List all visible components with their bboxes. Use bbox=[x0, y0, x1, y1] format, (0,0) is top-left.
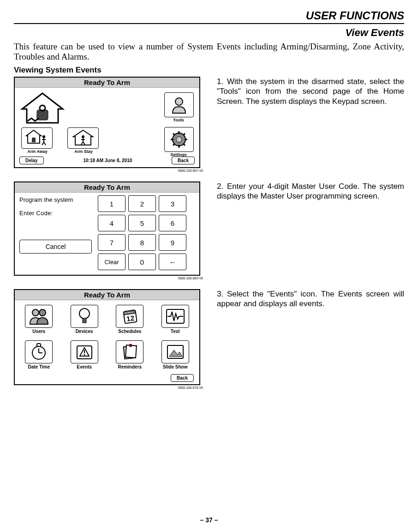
key-6[interactable]: 6 bbox=[159, 215, 186, 231]
svg-line-13 bbox=[183, 133, 185, 135]
key-5[interactable]: 5 bbox=[128, 215, 156, 231]
devices-button[interactable] bbox=[71, 305, 98, 328]
key-3[interactable]: 3 bbox=[159, 195, 186, 212]
key-0[interactable]: 0 bbox=[128, 254, 156, 270]
program-label: Program the system bbox=[19, 196, 98, 203]
clock-icon bbox=[30, 343, 48, 361]
house-stay-icon bbox=[72, 129, 95, 147]
reminders-button[interactable] bbox=[116, 340, 143, 363]
keypad-panel: Ready To Arm Program the system Enter Co… bbox=[14, 181, 200, 276]
arm-away-label: Arm Away bbox=[21, 149, 54, 154]
svg-point-43 bbox=[84, 354, 85, 356]
step-3-text: 3.Select the "Events" icon. The Events s… bbox=[217, 289, 404, 309]
svg-text:12: 12 bbox=[126, 314, 135, 323]
key-2[interactable]: 2 bbox=[128, 195, 156, 212]
back-button[interactable]: Back bbox=[172, 157, 195, 164]
tools-button[interactable] bbox=[164, 92, 194, 117]
key-backspace[interactable]: ← bbox=[159, 254, 186, 270]
enter-code-label: Enter Code: bbox=[19, 210, 98, 217]
svg-point-3 bbox=[175, 98, 183, 105]
key-4[interactable]: 4 bbox=[98, 215, 125, 231]
arm-stay-button[interactable] bbox=[67, 127, 99, 149]
svg-point-28 bbox=[39, 309, 46, 316]
key-9[interactable]: 9 bbox=[159, 234, 186, 251]
gear-icon bbox=[169, 130, 189, 149]
svg-line-10 bbox=[173, 133, 175, 135]
svg-line-12 bbox=[173, 144, 175, 145]
figure-id: 5000-100-007-V0 bbox=[14, 169, 203, 172]
panel-title: Ready To Arm bbox=[15, 182, 199, 193]
svg-point-46 bbox=[129, 344, 132, 347]
figure-id: 5000-100-070-V0 bbox=[14, 386, 203, 389]
svg-rect-37 bbox=[37, 344, 41, 346]
svg-line-11 bbox=[183, 144, 185, 145]
svg-rect-45 bbox=[125, 345, 137, 357]
user-icon bbox=[170, 96, 188, 114]
svg-rect-30 bbox=[83, 318, 86, 323]
panel-title: Ready To Arm bbox=[15, 78, 199, 88]
svg-point-22 bbox=[82, 135, 84, 138]
back-button[interactable]: Back bbox=[171, 374, 194, 382]
tools-panel: Ready To Arm Users bbox=[14, 289, 200, 385]
warning-icon bbox=[75, 343, 94, 361]
waveform-icon bbox=[165, 308, 185, 325]
test-label: Test bbox=[157, 329, 194, 334]
step-1-text: 1.With the system in the disarmed state,… bbox=[217, 77, 404, 106]
users-button[interactable] bbox=[25, 305, 53, 328]
svg-point-5 bbox=[176, 137, 182, 142]
slideshow-label: Slide Show bbox=[157, 364, 194, 369]
section-heading: Viewing System Events bbox=[14, 66, 404, 75]
intro-text: This feature can be used to view a numbe… bbox=[14, 42, 404, 62]
events-label: Events bbox=[66, 364, 103, 369]
tools-label: Tools bbox=[164, 118, 193, 122]
reminders-label: Reminders bbox=[111, 364, 149, 369]
key-8[interactable]: 8 bbox=[128, 234, 156, 251]
users-icon bbox=[29, 308, 49, 325]
home-panel: Ready To Arm bbox=[14, 77, 200, 168]
page-subtitle: View Events bbox=[14, 27, 404, 39]
key-1[interactable]: 1 bbox=[98, 195, 125, 212]
slideshow-button[interactable] bbox=[161, 340, 189, 363]
svg-point-16 bbox=[42, 135, 45, 138]
schedules-button[interactable]: MONDAY 12 bbox=[116, 305, 143, 328]
arm-stay-label: Arm Stay bbox=[67, 149, 100, 154]
settings-button[interactable] bbox=[164, 127, 194, 152]
house-status-icon bbox=[19, 91, 66, 125]
settings-label: Settings bbox=[164, 152, 193, 157]
key-7[interactable]: 7 bbox=[98, 234, 125, 251]
step-2-text: 2.Enter your 4-digit Master User Code. T… bbox=[217, 181, 404, 201]
bulb-icon bbox=[78, 307, 91, 326]
delay-button[interactable]: Delay bbox=[19, 157, 44, 164]
cancel-button[interactable]: Cancel bbox=[19, 240, 92, 254]
key-clear[interactable]: Clear bbox=[98, 254, 125, 270]
schedules-label: Schedules bbox=[111, 329, 149, 334]
devices-label: Devices bbox=[66, 329, 103, 334]
keypad: 1 2 3 4 5 6 7 8 9 Clear 0 ← bbox=[98, 195, 186, 270]
events-button[interactable] bbox=[71, 340, 98, 363]
note-icon bbox=[120, 343, 139, 361]
image-icon bbox=[166, 344, 185, 360]
house-away-icon bbox=[25, 129, 48, 147]
datetime-label: Date Time bbox=[20, 364, 58, 369]
panel-title: Ready To Arm bbox=[15, 290, 199, 300]
arm-away-button[interactable] bbox=[21, 127, 53, 149]
figure-id: 5000-100-009-V0 bbox=[14, 277, 203, 280]
page-header: USER FUNCTIONS bbox=[14, 9, 404, 24]
datetime-label: 10:18 AM June 8, 2010 bbox=[83, 158, 132, 163]
svg-point-27 bbox=[32, 309, 39, 316]
test-button[interactable] bbox=[161, 305, 189, 328]
svg-rect-15 bbox=[32, 138, 36, 142]
users-label: Users bbox=[20, 329, 58, 334]
calendar-icon: MONDAY 12 bbox=[120, 307, 139, 326]
svg-point-29 bbox=[79, 308, 90, 319]
svg-line-19 bbox=[44, 142, 46, 145]
datetime-button[interactable] bbox=[25, 340, 53, 363]
